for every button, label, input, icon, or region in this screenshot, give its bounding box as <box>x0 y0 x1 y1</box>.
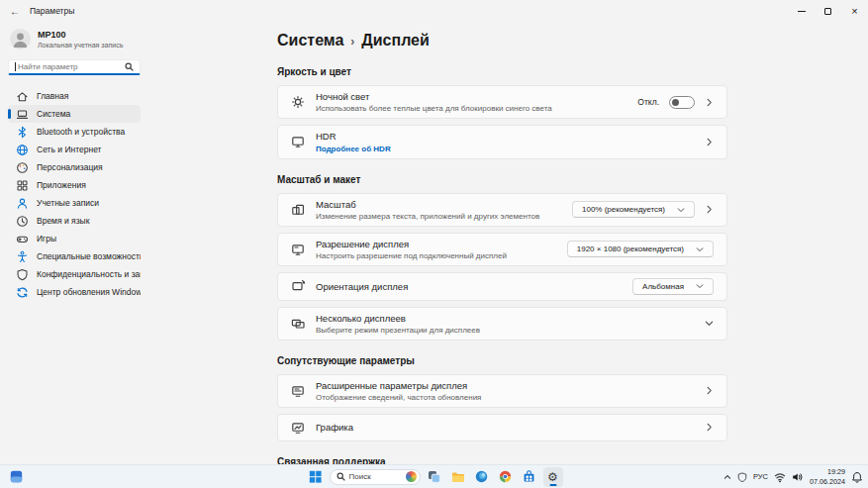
graphics-card[interactable]: Графика <box>277 414 727 441</box>
settings-app-button[interactable]: ⚙ <box>543 467 563 487</box>
search-highlight-icon <box>406 471 417 482</box>
multiple-displays-icon <box>291 317 305 331</box>
sidebar-item-personalization[interactable]: Персонализация <box>8 158 141 176</box>
sidebar-item-time-language[interactable]: Время и язык <box>8 212 141 230</box>
sidebar-item-label: Игры <box>37 234 56 244</box>
resolution-controls: 1920 × 1080 (рекомендуется) <box>567 241 714 257</box>
orientation-title: Ориентация дисплея <box>316 281 408 292</box>
sidebar-item-privacy[interactable]: Конфиденциальность и защита <box>8 265 141 283</box>
language-indicator[interactable]: РУС <box>753 472 768 481</box>
orientation-card[interactable]: Ориентация дисплея Альбомная <box>277 272 727 301</box>
scale-controls: 100% (рекомендуется) <box>572 201 714 218</box>
accounts-icon <box>16 197 29 210</box>
avatar <box>10 29 31 49</box>
search-input[interactable] <box>18 62 125 71</box>
file-explorer-button[interactable] <box>448 467 468 487</box>
task-view-icon <box>428 470 440 483</box>
notification-center-button[interactable] <box>851 471 863 483</box>
network-button[interactable] <box>774 471 786 483</box>
sidebar-item-network[interactable]: Сеть и Интернет <box>8 141 141 158</box>
scale-dropdown[interactable]: 100% (рекомендуется) <box>572 201 695 218</box>
resolution-description: Настроить разрешение под подключенный ди… <box>316 251 507 260</box>
sidebar-item-windows-update[interactable]: Центр обновления Windows <box>8 283 141 301</box>
chevron-down-icon <box>677 206 685 214</box>
sidebar: MP100 Локальная учетная запись Главная С… <box>0 22 148 464</box>
sidebar-item-home[interactable]: Главная <box>8 87 141 105</box>
minimize-icon <box>798 11 806 12</box>
edge-icon <box>475 470 488 483</box>
selected-indicator <box>8 109 11 119</box>
widgets-button[interactable] <box>6 467 26 487</box>
folder-icon <box>451 470 464 483</box>
tray-show-hidden-button[interactable] <box>723 473 731 481</box>
scale-description: Изменение размера текста, приложений и д… <box>316 212 539 221</box>
advanced-display-card[interactable]: Расширенные параметры дисплея Отображени… <box>277 374 727 408</box>
back-icon: ← <box>10 6 20 17</box>
volume-button[interactable] <box>792 471 804 483</box>
titlebar: ← Параметры × <box>0 0 868 22</box>
sidebar-item-label: Система <box>37 109 70 119</box>
close-button[interactable]: × <box>841 0 868 22</box>
chrome-icon <box>499 470 512 483</box>
orientation-text: Ориентация дисплея <box>316 281 408 292</box>
sidebar-item-gaming[interactable]: Игры <box>8 230 141 247</box>
orientation-dropdown[interactable]: Альбомная <box>632 278 714 295</box>
chevron-right-icon <box>705 98 714 107</box>
edge-button[interactable] <box>472 467 492 487</box>
resolution-dropdown[interactable]: 1920 × 1080 (рекомендуется) <box>567 241 714 257</box>
scale-card[interactable]: Масштаб Изменение размера текста, прилож… <box>277 193 727 227</box>
sidebar-item-accounts[interactable]: Учетные записи <box>8 194 141 212</box>
store-button[interactable] <box>520 467 539 487</box>
accessibility-icon <box>16 250 29 263</box>
hdr-title: HDR <box>316 131 391 142</box>
graphics-icon <box>291 421 305 435</box>
sidebar-item-label: Bluetooth и устройства <box>37 127 125 137</box>
tray-security-button[interactable] <box>737 472 747 482</box>
content-column: Система › Дисплей Яркость и цвет Ночной … <box>277 32 727 464</box>
sidebar-item-apps[interactable]: Приложения <box>8 176 141 194</box>
advanced-display-icon <box>291 384 305 398</box>
night-light-controls: Откл. <box>637 96 714 109</box>
main-content: Система › Дисплей Яркость и цвет Ночной … <box>148 22 868 464</box>
bluetooth-icon <box>16 126 29 139</box>
section-related-settings: Сопутствующие параметры <box>277 355 727 366</box>
graphics-title: Графика <box>316 422 353 433</box>
settings-search[interactable] <box>8 59 141 75</box>
chrome-button[interactable] <box>496 467 516 487</box>
sidebar-item-bluetooth[interactable]: Bluetooth и устройства <box>8 123 141 141</box>
wifi-icon <box>774 471 786 483</box>
night-light-icon <box>291 95 305 109</box>
sidebar-item-system[interactable]: Система <box>8 105 141 123</box>
widgets-icon <box>10 470 23 483</box>
night-light-state: Откл. <box>637 97 659 107</box>
start-button[interactable] <box>306 467 326 487</box>
sidebar-item-accessibility[interactable]: Специальные возможности <box>8 247 141 265</box>
task-view-button[interactable] <box>425 467 444 487</box>
network-globe-icon <box>16 144 29 156</box>
resolution-card[interactable]: Разрешение дисплея Настроить разрешение … <box>277 233 727 266</box>
multiple-displays-description: Выберите режим презентации для дисплеев <box>316 326 480 335</box>
taskbar-search-label: Поиск <box>349 472 402 481</box>
night-light-card[interactable]: Ночной свет Использовать более теплые цв… <box>277 85 727 119</box>
back-button[interactable]: ← <box>0 0 30 22</box>
breadcrumb-separator-icon: › <box>350 34 354 49</box>
page-title: Дисплей <box>361 32 429 49</box>
update-icon <box>16 286 29 299</box>
settings-window: { "window": { "title": "Параметры" }, "i… <box>0 0 868 488</box>
minimize-button[interactable] <box>788 0 815 22</box>
night-light-toggle[interactable] <box>669 96 695 109</box>
account-summary[interactable]: MP100 Локальная учетная запись <box>8 26 141 52</box>
hdr-card[interactable]: HDR Подробнее об HDR <box>277 125 727 159</box>
maximize-button[interactable] <box>815 0 841 22</box>
clock[interactable]: 19:29 07.06.2024 <box>810 467 845 486</box>
multiple-displays-card[interactable]: Несколько дисплеев Выберите режим презен… <box>277 307 727 341</box>
taskbar-search[interactable]: Поиск <box>330 469 421 485</box>
hdr-text: HDR Подробнее об HDR <box>316 131 391 153</box>
account-meta: MP100 Локальная учетная запись <box>38 30 123 48</box>
gamepad-icon <box>16 233 29 245</box>
breadcrumb: Система › Дисплей <box>277 32 727 49</box>
hdr-learn-more-link[interactable]: Подробнее об HDR <box>316 145 391 153</box>
breadcrumb-parent[interactable]: Система <box>277 32 343 49</box>
chevron-right-icon <box>705 205 714 214</box>
active-app-indicator <box>549 484 556 486</box>
